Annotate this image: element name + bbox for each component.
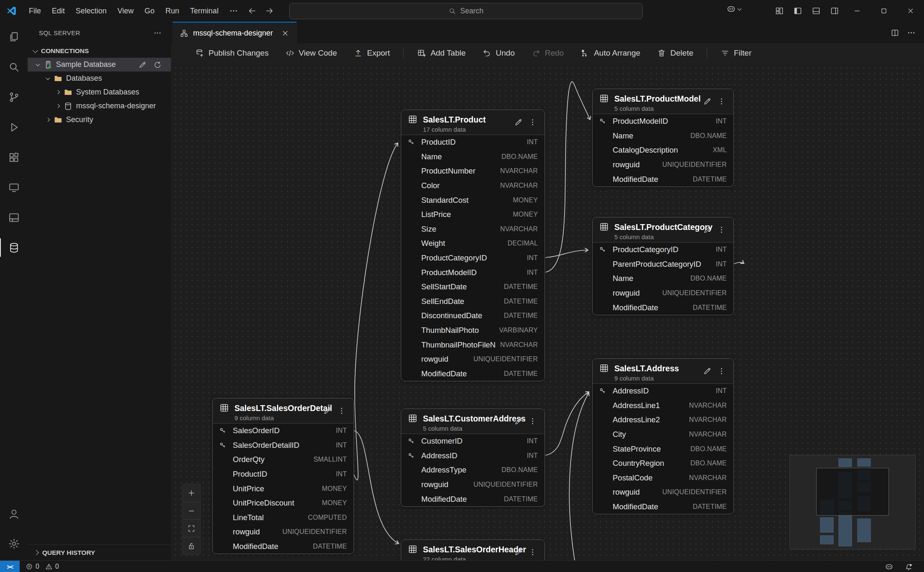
activity-item-explorer[interactable]: [0, 22, 28, 52]
menu-view[interactable]: View: [112, 3, 139, 18]
tree-item-system-databases[interactable]: System Databases: [28, 85, 171, 99]
menu-terminal[interactable]: Terminal: [185, 3, 224, 18]
table-card-salesorderdetail[interactable]: SalesLT.SalesOrderDetail9 column dataSal…: [212, 398, 354, 554]
kebab-icon[interactable]: [337, 406, 346, 415]
undo-button[interactable]: Undo: [474, 46, 523, 61]
copilot-menu[interactable]: [726, 4, 741, 14]
publish-changes-button[interactable]: Publish Changes: [187, 46, 277, 61]
navigate-forward-icon[interactable]: [265, 6, 275, 16]
menu-file[interactable]: File: [23, 3, 46, 18]
pencil-icon[interactable]: [703, 225, 712, 234]
table-card-header[interactable]: SalesLT.ProductCategory5 column data: [593, 217, 733, 243]
activity-item-settings[interactable]: [0, 529, 28, 559]
menu-run[interactable]: Run: [160, 3, 185, 18]
kebab-icon[interactable]: [528, 548, 537, 557]
export-button[interactable]: Export: [345, 46, 398, 61]
table-card-header[interactable]: SalesLT.ProductModel5 column data: [593, 89, 733, 114]
pencil-icon[interactable]: [323, 406, 332, 415]
table-card-customeraddress[interactable]: SalesLT.CustomerAddress5 column dataCust…: [401, 409, 545, 507]
query-history-section-header[interactable]: QUERY HISTORY: [28, 544, 171, 560]
kebab-icon[interactable]: [717, 367, 726, 375]
zoom-out-button[interactable]: [183, 502, 200, 519]
activity-item-run-debug[interactable]: [0, 112, 28, 142]
remote-indicator[interactable]: ><: [0, 561, 20, 572]
window-close-button[interactable]: [897, 0, 924, 21]
auto-arrange-button[interactable]: Auto Arrange: [572, 46, 649, 61]
tree-item-security[interactable]: Security: [28, 113, 171, 127]
navigate-back-icon[interactable]: [247, 6, 257, 16]
table-card-salesorderheader[interactable]: SalesLT.SalesOrderHeader22 column data: [401, 539, 545, 560]
schema-designer-toolbar: Publish ChangesView CodeExportAdd TableU…: [171, 43, 924, 63]
schema-designer-canvas[interactable]: SalesLT.Product17 column dataProductIDIN…: [171, 63, 924, 560]
activity-item-extensions[interactable]: [0, 142, 28, 172]
kebab-icon[interactable]: [528, 417, 537, 426]
activity-item-account[interactable]: [0, 499, 28, 529]
layout-customize-icon[interactable]: [770, 0, 789, 21]
folder-icon: [53, 115, 63, 125]
kebab-icon[interactable]: [528, 118, 537, 127]
table-card-productcategory[interactable]: SalesLT.ProductCategory5 column dataProd…: [592, 217, 734, 315]
table-card-header[interactable]: SalesLT.Address9 column data: [593, 359, 733, 384]
column-type: NVARCHAR: [689, 431, 727, 438]
pencil-icon[interactable]: [703, 97, 712, 106]
filter-button[interactable]: Filter: [712, 46, 760, 61]
add-table-button[interactable]: Add Table: [409, 46, 474, 61]
more-h-icon[interactable]: [907, 28, 916, 37]
activity-item-source-control[interactable]: [0, 82, 28, 112]
window-minimize-button[interactable]: [844, 0, 871, 21]
fit-view-button[interactable]: [183, 519, 200, 537]
table-card-header[interactable]: SalesLT.Product17 column data: [401, 110, 545, 135]
kebab-icon[interactable]: [717, 97, 726, 106]
delete-button[interactable]: Delete: [649, 46, 702, 61]
sidebar-more-actions-icon[interactable]: [153, 29, 162, 37]
minimap[interactable]: [789, 455, 916, 549]
close-tab-icon[interactable]: [281, 29, 290, 38]
table-card-header[interactable]: SalesLT.CustomerAddress5 column data: [401, 409, 545, 434]
column-row-addresstype: AddressTypeDBO.NAME: [401, 463, 545, 478]
menu-selection[interactable]: Selection: [70, 3, 112, 18]
menu-edit[interactable]: Edit: [46, 3, 70, 18]
more-menus-icon[interactable]: [224, 6, 243, 15]
table-name: SalesLT.CustomerAddress: [423, 414, 509, 423]
pencil-icon[interactable]: [514, 118, 523, 127]
refresh-icon[interactable]: [153, 61, 162, 69]
split-editor-icon[interactable]: [891, 28, 899, 37]
problems-indicator[interactable]: 0 0: [20, 563, 62, 570]
tree-item-mssql-schema-designer[interactable]: mssql-schema-designer: [28, 99, 171, 113]
activity-item-search[interactable]: [0, 52, 28, 82]
zoom-in-button[interactable]: [183, 484, 200, 502]
export-icon: [354, 49, 363, 58]
layout-bottom-icon[interactable]: [807, 0, 825, 21]
copilot-icon[interactable]: [885, 562, 893, 571]
view-code-button[interactable]: View Code: [277, 46, 346, 61]
window-maximize-button[interactable]: [871, 0, 897, 21]
tree-item-sample-database[interactable]: Sample Database: [28, 58, 171, 72]
table-card-productmodel[interactable]: SalesLT.ProductModel5 column dataProduct…: [592, 89, 734, 187]
table-card-product[interactable]: SalesLT.Product17 column dataProductIDIN…: [401, 110, 545, 381]
pencil-icon[interactable]: [514, 417, 523, 426]
activity-item-panel-layout[interactable]: [0, 202, 28, 232]
lock-button[interactable]: [183, 537, 200, 554]
layout-right-icon[interactable]: [825, 0, 844, 21]
column-type: INT: [716, 246, 727, 253]
pencil-icon[interactable]: [703, 367, 712, 375]
connection-salesorderdetail-salesorderid: [354, 431, 399, 544]
table-card-header[interactable]: SalesLT.SalesOrderDetail9 column data: [213, 398, 354, 424]
activity-item-remote-explorer[interactable]: [0, 172, 28, 202]
search-input[interactable]: Search: [289, 3, 643, 19]
menu-go[interactable]: Go: [139, 3, 160, 18]
toolbar-button-label: Auto Arrange: [594, 49, 640, 58]
tab-mssql-schema-designer[interactable]: mssql-schema-designer: [173, 22, 297, 43]
layout-left-icon[interactable]: [789, 0, 807, 21]
pencil-icon[interactable]: [138, 61, 147, 69]
connections-section-header[interactable]: CONNECTIONS: [28, 44, 171, 58]
pencil-icon[interactable]: [514, 548, 523, 557]
tree-item-databases[interactable]: Databases: [28, 72, 171, 85]
column-type: INT: [527, 452, 538, 460]
activity-item-sql-server[interactable]: [0, 232, 28, 263]
kebab-icon[interactable]: [717, 225, 726, 234]
table-card-address[interactable]: SalesLT.Address9 column dataAddressIDINT…: [592, 358, 734, 514]
bell-dot-icon[interactable]: [904, 562, 913, 571]
minimap-viewport[interactable]: [816, 468, 889, 516]
table-card-header[interactable]: SalesLT.SalesOrderHeader22 column data: [401, 540, 545, 560]
